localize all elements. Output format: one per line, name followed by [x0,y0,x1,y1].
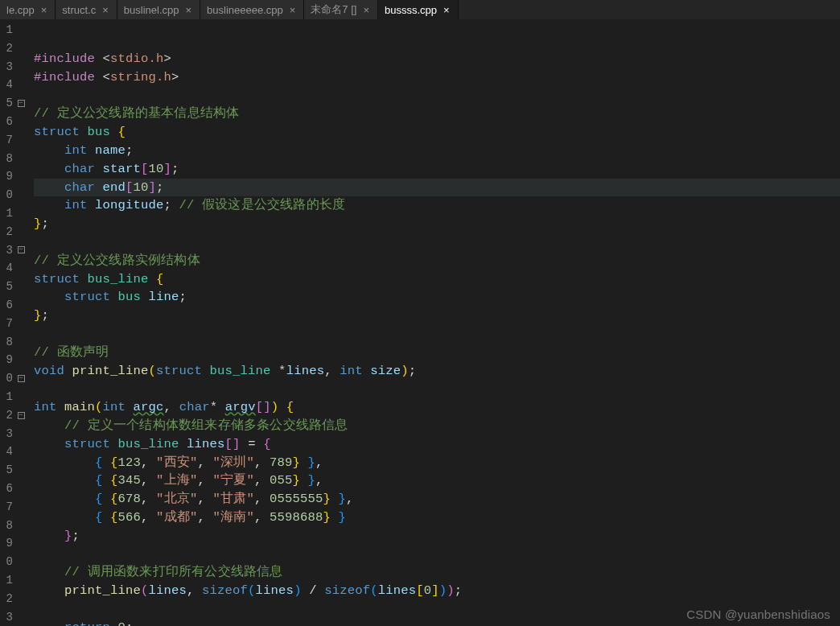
line-number: 3 [0,58,14,76]
code-line[interactable]: struct bus line; [34,288,840,307]
token-pun: , [164,400,179,414]
token-br2: } [338,510,346,525]
token-pun [202,364,210,378]
token-br0: ( [95,400,103,414]
tab-0[interactable]: le.cpp× [0,0,56,19]
close-icon[interactable]: × [442,4,451,16]
close-icon[interactable]: × [183,4,193,16]
line-number: 2 [0,590,14,608]
code-line[interactable]: }; [34,215,840,233]
fold-toggle-icon[interactable]: − [18,246,25,253]
token-num: 789 [270,455,293,470]
code-line[interactable]: char start[10]; [34,160,840,179]
code-area[interactable]: #include <stdio.h>#include <string.h>// … [27,19,840,626]
fold-cell [14,388,27,406]
code-line[interactable]: struct bus_line lines[] = { [34,435,840,454]
fold-cell [14,517,27,535]
token-num: 0 [118,620,126,626]
fold-cell [14,608,27,627]
code-line[interactable]: { {678, "北京", "甘肃", 0555555} }, [34,490,840,509]
code-line[interactable]: // 定义一个结构体数组来存储多条公交线路信息 [34,417,840,435]
token-prm: lines [256,583,294,598]
code-line[interactable]: { {566, "成都", "海南", 5598688} } [34,509,840,527]
fold-cell [14,553,27,571]
line-number: 9 [0,534,14,553]
code-line[interactable]: char end[10]; [34,179,840,197]
token-pun [34,143,64,158]
fold-toggle-icon[interactable]: − [18,100,25,107]
code-line[interactable]: #include <string.h> [34,68,840,87]
fold-toggle-icon[interactable]: − [18,375,25,382]
code-line[interactable]: }; [34,307,840,325]
code-line[interactable]: { {123, "西安", "深圳", 789} }, [34,454,840,472]
fold-cell [14,351,27,369]
code-editor[interactable]: 123456789012345678901234567890123 −−−− #… [0,19,840,626]
code-line[interactable] [34,325,840,344]
token-pun: ; [126,620,134,626]
tab-4[interactable]: 末命名7 []× [304,0,378,19]
close-icon[interactable]: × [361,4,371,16]
token-kw: struct [64,290,110,304]
fold-toggle-icon[interactable]: − [18,412,25,419]
token-br1: [ [225,437,233,451]
token-num: 678 [118,492,142,506]
tab-3[interactable]: buslineeeee.cpp× [200,0,304,19]
close-icon[interactable]: × [39,4,49,16]
token-br1: [ [141,162,149,176]
code-line[interactable] [34,87,840,105]
token-br2: } [338,492,346,506]
fold-cell [14,223,27,241]
tab-1[interactable]: struct.c× [56,0,117,19]
close-icon[interactable]: × [101,4,110,16]
fold-cell: − [14,241,27,260]
code-line[interactable]: int name; [34,142,840,160]
code-line[interactable] [34,233,840,252]
token-fld: name [95,143,126,158]
token-fn: print_line [72,364,149,378]
line-number: 9 [0,167,14,186]
code-line[interactable] [34,380,840,398]
code-line[interactable]: int main(int argc, char* argv[]) { [34,398,840,417]
token-br2: { [95,473,103,488]
code-line[interactable]: struct bus { [34,123,840,142]
code-line[interactable]: struct bus_line { [34,270,840,289]
tab-label: bussss.cpp [385,4,437,16]
token-fld: start [103,162,142,176]
code-line[interactable]: print_line(lines, sizeof(lines) / sizeof… [34,582,840,600]
tab-5[interactable]: bussss.cpp× [378,0,459,19]
token-br1: ] [149,180,157,195]
tab-2[interactable]: buslinel.cpp× [117,0,200,19]
token-br0: { [118,125,126,139]
token-br2: ) [294,583,302,598]
token-br0: ) [401,364,409,378]
token-br0: } [34,308,42,323]
code-line[interactable]: void print_line(struct bus_line *lines, … [34,362,840,381]
code-line[interactable] [34,546,840,564]
token-num: 0555555 [270,492,323,506]
code-line[interactable]: #include <stdio.h> [34,50,840,68]
token-pun [34,162,64,176]
code-line[interactable]: }; [34,527,840,546]
token-pun [34,418,64,433]
code-line[interactable]: int longitude; // 假设这是公交线路的长度 [34,196,840,215]
code-line[interactable]: return 0; [34,619,840,626]
code-line[interactable]: // 调用函数来打印所有公交线路信息 [34,563,840,582]
token-br1: ) [447,583,455,598]
token-num: 566 [118,510,142,525]
code-line[interactable]: // 函数声明 [34,344,840,362]
token-str: "西安" [156,455,197,470]
token-kw: int [34,400,57,414]
code-line[interactable]: // 定义公交线路的基本信息结构体 [34,105,840,123]
fold-cell [14,150,27,168]
token-pun: ; [126,143,134,158]
fold-gutter[interactable]: −−−− [14,19,27,626]
code-line[interactable]: // 定义公交线路实例结构体 [34,252,840,270]
token-br1: { [263,437,271,451]
token-str: "海南" [213,510,254,525]
code-line[interactable]: { {345, "上海", "宁夏", 055} }, [34,472,840,490]
code-line[interactable] [34,600,840,619]
close-icon[interactable]: × [288,4,298,16]
line-number: 7 [0,498,14,517]
token-br1: [ [126,180,134,195]
token-cmt: // 定义公交线路实例结构体 [34,253,200,268]
